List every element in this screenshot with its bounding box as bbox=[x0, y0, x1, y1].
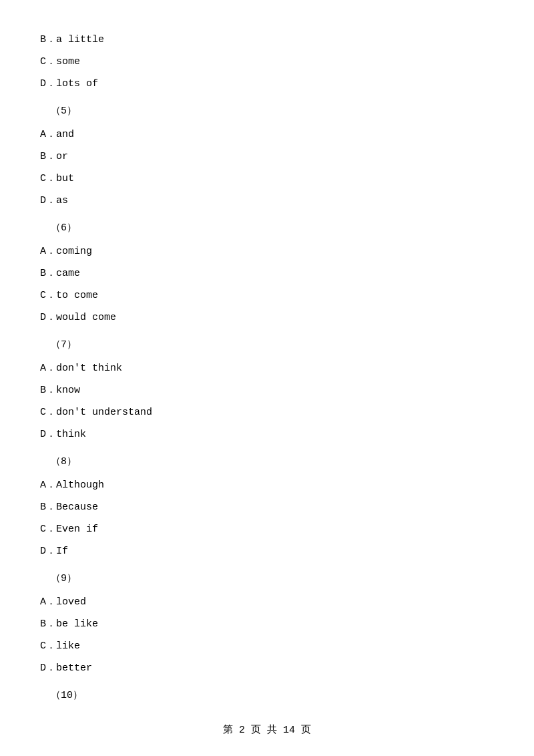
section-10: （10） bbox=[40, 687, 494, 705]
section-number-5: （5） bbox=[51, 102, 494, 120]
option-d5: D．as bbox=[40, 192, 494, 210]
option-a8: A．Although bbox=[40, 476, 494, 494]
option-d6: D．would come bbox=[40, 309, 494, 327]
option-c8: C．Even if bbox=[40, 520, 494, 538]
option-b4: B．a little bbox=[40, 31, 494, 49]
option-a5: A．and bbox=[40, 126, 494, 144]
option-d4: D．lots of bbox=[40, 75, 494, 93]
page-footer: 第 2 页 共 14 页 bbox=[0, 723, 534, 736]
option-c5: C．but bbox=[40, 170, 494, 188]
section-number-7: （7） bbox=[51, 336, 494, 354]
option-c7: C．don't understand bbox=[40, 403, 494, 421]
option-a6: A．coming bbox=[40, 242, 494, 260]
section-5: （5） A．and B．or C．but D．as bbox=[40, 102, 494, 210]
option-b9: B．be like bbox=[40, 615, 494, 633]
footer-text: 第 2 页 共 14 页 bbox=[223, 725, 311, 736]
section-7: （7） A．don't think B．know C．don't underst… bbox=[40, 336, 494, 443]
section-number-6: （6） bbox=[51, 219, 494, 237]
section-9: （9） A．loved B．be like C．like D．better bbox=[40, 570, 494, 677]
option-b7: B．know bbox=[40, 381, 494, 399]
option-c4: C．some bbox=[40, 53, 494, 71]
option-d9: D．better bbox=[40, 659, 494, 677]
page-content: B．a little C．some D．lots of （5） A．and B．… bbox=[0, 0, 534, 750]
option-a9: A．loved bbox=[40, 593, 494, 611]
section-8: （8） A．Although B．Because C．Even if D．If bbox=[40, 453, 494, 560]
option-b6: B．came bbox=[40, 264, 494, 282]
option-d8: D．If bbox=[40, 542, 494, 560]
option-c9: C．like bbox=[40, 637, 494, 655]
section-continuation: B．a little C．some D．lots of bbox=[40, 31, 494, 93]
option-b8: B．Because bbox=[40, 498, 494, 516]
option-a7: A．don't think bbox=[40, 359, 494, 377]
section-6: （6） A．coming B．came C．to come D．would co… bbox=[40, 219, 494, 327]
section-number-9: （9） bbox=[51, 570, 494, 588]
option-b5: B．or bbox=[40, 148, 494, 166]
section-number-10: （10） bbox=[51, 687, 494, 705]
section-number-8: （8） bbox=[51, 453, 494, 471]
option-c6: C．to come bbox=[40, 287, 494, 305]
option-d7: D．think bbox=[40, 425, 494, 443]
